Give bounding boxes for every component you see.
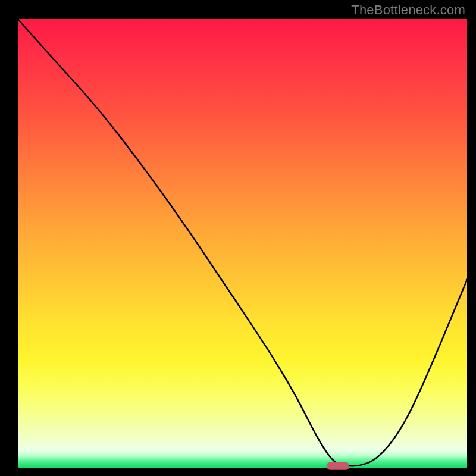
bottleneck-curve (18, 19, 467, 468)
watermark-text: TheBottleneck.com (351, 2, 465, 18)
plot-area (18, 19, 467, 468)
optimal-marker (327, 462, 349, 470)
chart-frame: TheBottleneck.com (0, 0, 476, 476)
curve-path (18, 19, 467, 466)
